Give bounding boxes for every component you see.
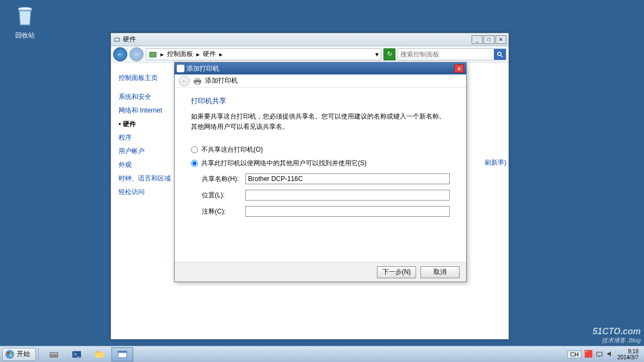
clock-date: 2014/3/7	[617, 354, 639, 360]
tray-flag-icon[interactable]	[585, 350, 592, 359]
search-button[interactable]	[494, 49, 506, 60]
close-button[interactable]: ✕	[496, 35, 506, 44]
start-label: 开始	[17, 349, 30, 359]
add-printer-dialog: 添加打印机 ✕ ← 添加打印机 打印机共享 如果要共享这台打印机，您必须提供共享…	[174, 62, 467, 282]
location-label: 位置(L):	[202, 191, 245, 200]
radio-no-share-row[interactable]: 不共享这台打印机(O)	[191, 145, 450, 154]
sidebar-item-system[interactable]: 系统和安全	[119, 90, 172, 104]
radio-share-label: 共享此打印机以便网络中的其他用户可以找到并使用它(S)	[201, 159, 367, 168]
watermark-sub: 技术博客 .Blog	[592, 336, 641, 345]
dlg-titlebar[interactable]: 添加打印机 ✕	[175, 63, 466, 74]
svg-rect-2	[115, 39, 119, 41]
section-description: 如果要共享这台打印机，您必须提供共享名。您可以使用建议的名称或键入一个新名称。其…	[191, 111, 450, 132]
watermark-main: 51CTO.com	[592, 327, 641, 336]
windows-orb-icon	[5, 349, 15, 359]
svg-rect-3	[150, 52, 156, 57]
location-input[interactable]	[245, 190, 450, 201]
watermark: 51CTO.com 技术博客 .Blog	[592, 327, 641, 345]
svg-text:>_: >_	[74, 352, 80, 357]
nav-back-button[interactable]: ←	[113, 47, 127, 61]
nav-forward-button: →	[129, 47, 144, 61]
next-button[interactable]: 下一步(N)	[377, 266, 416, 278]
svg-rect-14	[49, 352, 58, 358]
cancel-button[interactable]: 取消	[420, 266, 460, 278]
hardware-icon	[113, 36, 121, 43]
breadcrumb-icon	[148, 50, 157, 59]
svg-rect-24	[597, 352, 602, 356]
dlg-title-icon	[177, 65, 184, 72]
search-box[interactable]	[398, 48, 506, 60]
sidebar-item-users[interactable]: 用户帐户	[119, 145, 172, 158]
dlg-footer: 下一步(N) 取消	[175, 262, 466, 282]
taskbar: 开始 >_ CH 9:18 2014/3/7	[0, 346, 644, 362]
start-button[interactable]: 开始	[2, 348, 36, 361]
comment-label: 注释(C):	[202, 207, 245, 216]
tray-sound-icon[interactable]	[606, 350, 614, 359]
cp-navbar: ← → ▸ 控制面板 ▸ 硬件 ▸ ▾ ↻	[111, 46, 509, 63]
taskbar-clock[interactable]: 9:18 2014/3/7	[617, 348, 639, 360]
refresh-rate-text: 刷新率)	[485, 158, 506, 167]
dlg-close-button[interactable]: ✕	[454, 64, 464, 73]
dlg-title: 添加打印机	[187, 64, 219, 73]
svg-rect-11	[10, 352, 12, 354]
radio-share[interactable]	[191, 160, 198, 167]
share-name-input[interactable]	[245, 173, 450, 184]
sidebar-item-hardware[interactable]: 硬件	[119, 117, 172, 131]
radio-no-share[interactable]	[191, 146, 198, 153]
sidebar-item-ease[interactable]: 轻松访问	[119, 185, 172, 199]
svg-rect-23	[586, 351, 587, 352]
svg-point-4	[498, 52, 501, 55]
sidebar-item-home[interactable]: 控制面板主页	[119, 71, 172, 85]
printer-icon	[193, 77, 202, 85]
radio-share-row[interactable]: 共享此打印机以便网络中的其他用户可以找到并使用它(S)	[191, 159, 450, 168]
refresh-button[interactable]: ↻	[383, 48, 395, 60]
svg-rect-19	[95, 351, 99, 353]
breadcrumb-current[interactable]: 硬件	[203, 49, 216, 59]
search-input[interactable]	[398, 51, 494, 58]
taskbar-server-manager[interactable]	[43, 347, 65, 361]
svg-rect-10	[7, 352, 9, 354]
comment-input[interactable]	[245, 206, 450, 217]
svg-point-0	[18, 7, 32, 10]
taskbar-explorer[interactable]	[89, 347, 110, 361]
share-name-label: 共享名称(H):	[202, 174, 245, 184]
recycle-bin-label: 回收站	[9, 31, 41, 40]
sidebar-item-appearance[interactable]: 外观	[119, 158, 172, 172]
dlg-header-text: 添加打印机	[205, 76, 238, 85]
breadcrumb-dropdown-icon[interactable]: ▾	[375, 51, 379, 58]
breadcrumb-root[interactable]: 控制面板	[167, 49, 193, 59]
svg-rect-15	[51, 353, 57, 354]
radio-no-share-label: 不共享这台打印机(O)	[201, 145, 263, 154]
minimize-button[interactable]: _	[472, 35, 482, 44]
cp-sidebar: 控制面板主页 系统和安全 网络和 Internet 硬件 程序 用户帐户 外观 …	[111, 63, 175, 339]
svg-rect-18	[95, 352, 104, 358]
tray-network-icon[interactable]	[596, 350, 603, 359]
cp-titlebar[interactable]: 硬件 _ □ ✕	[111, 33, 509, 46]
taskbar-control-panel[interactable]	[112, 347, 133, 361]
clock-time: 9:18	[617, 348, 639, 354]
language-indicator[interactable]: CH	[567, 351, 581, 358]
maximize-button[interactable]: □	[484, 35, 494, 44]
sidebar-item-network[interactable]: 网络和 Internet	[119, 104, 172, 117]
svg-line-5	[501, 55, 503, 57]
taskbar-powershell[interactable]: >_	[66, 347, 88, 361]
dlg-header: ← 添加打印机	[175, 74, 466, 88]
system-tray: CH 9:18 2014/3/7	[564, 348, 642, 360]
svg-rect-8	[195, 82, 200, 84]
recycle-bin-icon[interactable]: 回收站	[9, 4, 41, 40]
dlg-back-button: ←	[179, 76, 190, 86]
breadcrumb[interactable]: ▸ 控制面板 ▸ 硬件 ▸ ▾	[146, 48, 381, 60]
svg-rect-13	[10, 354, 12, 357]
cp-title: 硬件	[123, 35, 136, 44]
sidebar-item-programs[interactable]: 程序	[119, 131, 172, 145]
sidebar-item-clock[interactable]: 时钟、语言和区域	[119, 172, 172, 185]
svg-rect-21	[118, 351, 127, 353]
dlg-body: 打印机共享 如果要共享这台打印机，您必须提供共享名。您可以使用建议的名称或键入一…	[175, 88, 466, 231]
svg-rect-12	[7, 354, 9, 357]
section-title: 打印机共享	[191, 96, 450, 106]
